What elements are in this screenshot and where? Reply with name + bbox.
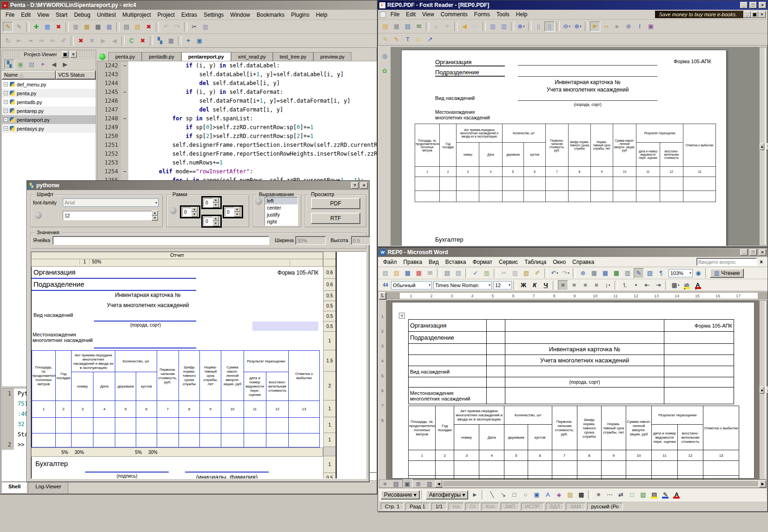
empty-cell[interactable] (652, 461, 677, 476)
menu-item[interactable]: Multiproject (119, 11, 154, 19)
menu-item[interactable]: Edit (18, 11, 34, 19)
fit-page-icon[interactable]: ▯ (544, 21, 555, 32)
project-viewer-titlebar[interactable]: Project-Viewer ▣ × (2, 50, 96, 59)
editor-tab[interactable]: penta.py (108, 52, 142, 61)
empty-cell[interactable] (157, 433, 179, 447)
empty-cell[interactable] (157, 418, 179, 433)
code-line[interactable]: 1252 self.designerFrame.reportSectionRow… (98, 150, 377, 158)
save-icon[interactable]: ▦ (71, 22, 81, 32)
line-style-icon[interactable]: ≡ (593, 490, 603, 500)
forms-tab-icon[interactable]: ▣ (15, 59, 26, 70)
code-line[interactable]: 1249 if sp[0]>self.zzRD.currentRow:sp[0]… (98, 123, 377, 132)
alignment-option[interactable]: center (265, 204, 298, 211)
menu-item[interactable]: Edit (403, 10, 419, 19)
uncomment-icon[interactable]: ⇐ (47, 36, 58, 46)
cancel-icon[interactable]: ✖ (87, 36, 97, 46)
empty-cell[interactable] (440, 191, 457, 202)
help-icon[interactable]: ? (351, 182, 358, 189)
pdf-button[interactable]: PDF (311, 198, 360, 209)
search-icon[interactable]: ◎ (380, 51, 390, 61)
previous-view-icon[interactable]: ◀ (459, 21, 470, 32)
document-map-icon[interactable]: ▧ (645, 268, 655, 278)
back-icon[interactable]: ◀ (109, 36, 119, 46)
print-view-icon[interactable]: ▣ (402, 479, 412, 489)
empty-cell[interactable] (636, 191, 660, 202)
next-view-icon[interactable]: ▶ (470, 21, 481, 32)
zoom-tool-icon[interactable]: ⊕ (516, 21, 526, 32)
fit-width-icon[interactable]: ▯ (533, 21, 543, 32)
empty-cell[interactable] (524, 177, 546, 191)
format-painter-icon[interactable]: ✐ (532, 268, 543, 278)
web-view-icon[interactable]: ▤ (391, 479, 401, 489)
save-all-icon[interactable]: ▦ (93, 22, 103, 32)
numbering-icon[interactable]: ⒈ (620, 280, 630, 290)
spin-up-icon[interactable]: ▲ (152, 210, 158, 216)
selected-cell[interactable] (252, 322, 318, 331)
empty-cell[interactable] (415, 191, 440, 202)
empty-cell[interactable] (221, 433, 244, 447)
menu-item[interactable]: Вставка (442, 258, 470, 266)
paste-icon[interactable]: ▧ (521, 268, 531, 278)
menu-item[interactable]: File (387, 10, 403, 19)
menu-item[interactable]: Таблица (521, 258, 550, 266)
select-text-icon[interactable]: I (635, 21, 645, 32)
fold-marker-icon[interactable] (121, 70, 128, 79)
menu-item[interactable]: Help (312, 11, 331, 19)
empty-cell[interactable] (436, 476, 454, 480)
fold-marker-icon[interactable]: − (121, 114, 128, 123)
code-line[interactable]: 1246 self.dataFormat[i+1, y]=self.dataFo… (98, 97, 377, 105)
alignment-listbox[interactable]: leftcenterjustifyright (265, 197, 298, 226)
tables-borders-icon[interactable]: ▦ (589, 268, 599, 278)
editor-tab[interactable]: xml_read.py (231, 52, 273, 61)
file-item[interactable]: +def_menu.py (2, 80, 96, 89)
empty-cell[interactable] (479, 177, 502, 191)
open-file-icon[interactable]: ▦ (42, 22, 53, 32)
border-top-spinbox[interactable]: 0▲▼ (201, 196, 222, 209)
column-width-row[interactable]: 1 50% (31, 259, 323, 267)
rectangle-icon[interactable]: □ (509, 490, 519, 500)
empty-cell[interactable] (436, 461, 454, 476)
fold-marker-icon[interactable] (121, 79, 128, 88)
scroll-down-icon[interactable]: ▼ (766, 143, 768, 150)
print-preview-icon[interactable]: ▤ (132, 22, 143, 32)
save-copy-icon[interactable]: ▦ (104, 22, 114, 32)
sync-icon[interactable]: ↻ (3, 36, 13, 46)
research-icon[interactable]: ▥ (482, 268, 492, 278)
file-item[interactable]: +pentadb.py (2, 98, 96, 106)
comment-icon[interactable]: ⇒ (36, 36, 46, 46)
empty-cell[interactable] (552, 476, 577, 480)
menu-item[interactable]: Project (154, 11, 178, 19)
expand-icon[interactable]: + (4, 109, 8, 113)
word-page[interactable]: ✛ Организация Форма 105-АПК Подразделени… (392, 302, 755, 479)
empty-cell[interactable] (72, 433, 93, 447)
empty-cell[interactable] (703, 461, 739, 476)
empty-cell[interactable] (454, 476, 479, 480)
menu-item[interactable]: Справка (569, 258, 597, 266)
code-line[interactable]: 1250 if sp[2]>self.zzRD.currentRow:sp[2]… (98, 132, 377, 141)
font-combo[interactable]: Times New Roman (433, 281, 492, 289)
empty-cell[interactable] (524, 191, 546, 202)
restart-icon[interactable]: C (126, 36, 137, 46)
code-line[interactable]: 1245− if (i, y) in self.dataFormat: (98, 88, 377, 97)
eric4-titlebar[interactable]: e Penta - D:\MYWORK\LinS\pentareport.py … (0, 0, 377, 10)
empty-cell[interactable] (652, 476, 677, 480)
empty-cell[interactable] (115, 433, 136, 447)
fill-color-icon[interactable]: ▨ (649, 490, 659, 500)
empty-cell[interactable] (457, 177, 479, 191)
scroll-thumb[interactable] (765, 301, 766, 479)
line-color-icon[interactable]: ✎ (660, 490, 670, 500)
empty-cell[interactable] (415, 177, 440, 191)
zoom-out-icon[interactable]: ⊖ (562, 21, 572, 32)
align-right-icon[interactable]: ≡ (580, 280, 590, 290)
hyperlink-icon[interactable]: ⊕ (578, 268, 588, 278)
empty-cell[interactable] (289, 433, 320, 447)
print-icon[interactable]: ▤ (403, 21, 413, 32)
menu-item[interactable]: Extras (178, 11, 200, 19)
fold-marker-icon[interactable] (121, 150, 128, 158)
menu-item[interactable]: Bookmarks (253, 11, 288, 19)
permission-icon[interactable]: ▦ (414, 268, 424, 278)
empty-cell[interactable] (289, 418, 320, 433)
style-combo[interactable]: Обычный (391, 281, 432, 289)
menu-item[interactable]: Tools (493, 10, 513, 19)
menu-item[interactable]: Файл (380, 258, 400, 266)
